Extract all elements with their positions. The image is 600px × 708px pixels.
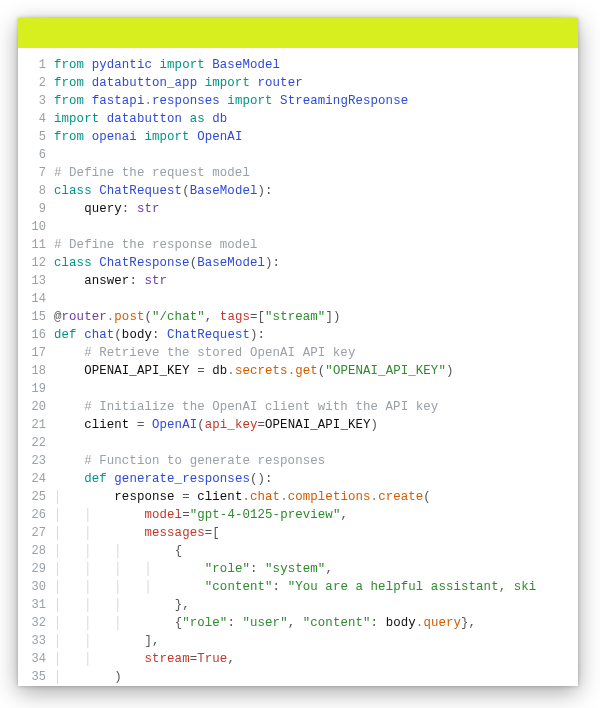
code-line: 2from databutton_app import router [18, 74, 578, 92]
line-number: 7 [18, 164, 54, 182]
line-content: # Define the request model [54, 164, 578, 182]
line-content: from fastapi.responses import StreamingR… [54, 92, 578, 110]
line-number: 20 [18, 398, 54, 416]
line-number: 15 [18, 308, 54, 326]
code-line: 31│ │ │ }, [18, 596, 578, 614]
line-content: @router.post("/chat", tags=["stream"]) [54, 308, 578, 326]
code-line: 24 def generate_responses(): [18, 470, 578, 488]
line-content: │ response = client.chat.completions.cre… [54, 488, 578, 506]
code-line: 28│ │ │ { [18, 542, 578, 560]
line-number: 32 [18, 614, 54, 632]
code-line: 22 [18, 434, 578, 452]
line-number: 13 [18, 272, 54, 290]
code-line: 1from pydantic import BaseModel [18, 56, 578, 74]
line-number: 8 [18, 182, 54, 200]
code-line: 19 [18, 380, 578, 398]
line-number: 17 [18, 344, 54, 362]
line-number: 1 [18, 56, 54, 74]
line-number: 4 [18, 110, 54, 128]
line-number: 19 [18, 380, 54, 398]
line-number: 2 [18, 74, 54, 92]
line-content: from openai import OpenAI [54, 128, 578, 146]
line-number: 10 [18, 218, 54, 236]
code-line: 35│ ) [18, 668, 578, 686]
line-content: class ChatRequest(BaseModel): [54, 182, 578, 200]
code-editor-window: 1from pydantic import BaseModel2from dat… [18, 18, 578, 686]
code-line: 10 [18, 218, 578, 236]
line-number: 9 [18, 200, 54, 218]
accent-bar [18, 18, 578, 48]
code-line: 9 query: str [18, 200, 578, 218]
code-line: 16def chat(body: ChatRequest): [18, 326, 578, 344]
line-content [54, 218, 578, 236]
line-content: # Initialize the OpenAI client with the … [54, 398, 578, 416]
code-line: 29│ │ │ │ "role": "system", [18, 560, 578, 578]
code-line: 32│ │ │ {"role": "user", "content": body… [18, 614, 578, 632]
line-number: 35 [18, 668, 54, 686]
code-line: 5from openai import OpenAI [18, 128, 578, 146]
line-content: │ │ model="gpt-4-0125-preview", [54, 506, 578, 524]
line-content: from pydantic import BaseModel [54, 56, 578, 74]
line-number: 29 [18, 560, 54, 578]
line-number: 28 [18, 542, 54, 560]
line-number: 24 [18, 470, 54, 488]
line-content: │ │ │ │ "content": "You are a helpful as… [54, 578, 578, 596]
code-line: 20 # Initialize the OpenAI client with t… [18, 398, 578, 416]
line-number: 11 [18, 236, 54, 254]
code-line: 14 [18, 290, 578, 308]
code-line: 27│ │ messages=[ [18, 524, 578, 542]
code-line: 23 # Function to generate responses [18, 452, 578, 470]
line-number: 18 [18, 362, 54, 380]
code-line: 12class ChatResponse(BaseModel): [18, 254, 578, 272]
line-content: # Define the response model [54, 236, 578, 254]
line-content: │ │ messages=[ [54, 524, 578, 542]
code-line: 18 OPENAI_API_KEY = db.secrets.get("OPEN… [18, 362, 578, 380]
line-number: 22 [18, 434, 54, 452]
code-line: 34│ │ stream=True, [18, 650, 578, 668]
code-line: 7# Define the request model [18, 164, 578, 182]
line-content [54, 146, 578, 164]
line-content [54, 434, 578, 452]
code-line: 8class ChatRequest(BaseModel): [18, 182, 578, 200]
line-number: 14 [18, 290, 54, 308]
line-number: 12 [18, 254, 54, 272]
line-content: def chat(body: ChatRequest): [54, 326, 578, 344]
line-content: │ │ │ │ "role": "system", [54, 560, 578, 578]
code-line: 11# Define the response model [18, 236, 578, 254]
line-content: import databutton as db [54, 110, 578, 128]
line-number: 34 [18, 650, 54, 668]
line-number: 26 [18, 506, 54, 524]
line-content: answer: str [54, 272, 578, 290]
code-line: 3from fastapi.responses import Streaming… [18, 92, 578, 110]
line-number: 3 [18, 92, 54, 110]
line-content: def generate_responses(): [54, 470, 578, 488]
line-content: │ ) [54, 668, 578, 686]
line-content: class ChatResponse(BaseModel): [54, 254, 578, 272]
code-line: 21 client = OpenAI(api_key=OPENAI_API_KE… [18, 416, 578, 434]
line-content: │ │ ], [54, 632, 578, 650]
line-number: 31 [18, 596, 54, 614]
line-content: OPENAI_API_KEY = db.secrets.get("OPENAI_… [54, 362, 578, 380]
code-line: 15@router.post("/chat", tags=["stream"]) [18, 308, 578, 326]
line-content: # Retrieve the stored OpenAI API key [54, 344, 578, 362]
code-line: 17 # Retrieve the stored OpenAI API key [18, 344, 578, 362]
code-line: 26│ │ model="gpt-4-0125-preview", [18, 506, 578, 524]
line-content: query: str [54, 200, 578, 218]
line-content: # Function to generate responses [54, 452, 578, 470]
code-line: 30│ │ │ │ "content": "You are a helpful … [18, 578, 578, 596]
line-content: from databutton_app import router [54, 74, 578, 92]
line-number: 5 [18, 128, 54, 146]
line-number: 33 [18, 632, 54, 650]
line-content: │ │ stream=True, [54, 650, 578, 668]
line-number: 16 [18, 326, 54, 344]
line-number: 23 [18, 452, 54, 470]
line-number: 6 [18, 146, 54, 164]
code-line: 4import databutton as db [18, 110, 578, 128]
line-number: 25 [18, 488, 54, 506]
line-content: │ │ │ { [54, 542, 578, 560]
code-line: 25│ response = client.chat.completions.c… [18, 488, 578, 506]
code-line: 13 answer: str [18, 272, 578, 290]
line-content [54, 380, 578, 398]
code-line: 6 [18, 146, 578, 164]
line-number: 21 [18, 416, 54, 434]
